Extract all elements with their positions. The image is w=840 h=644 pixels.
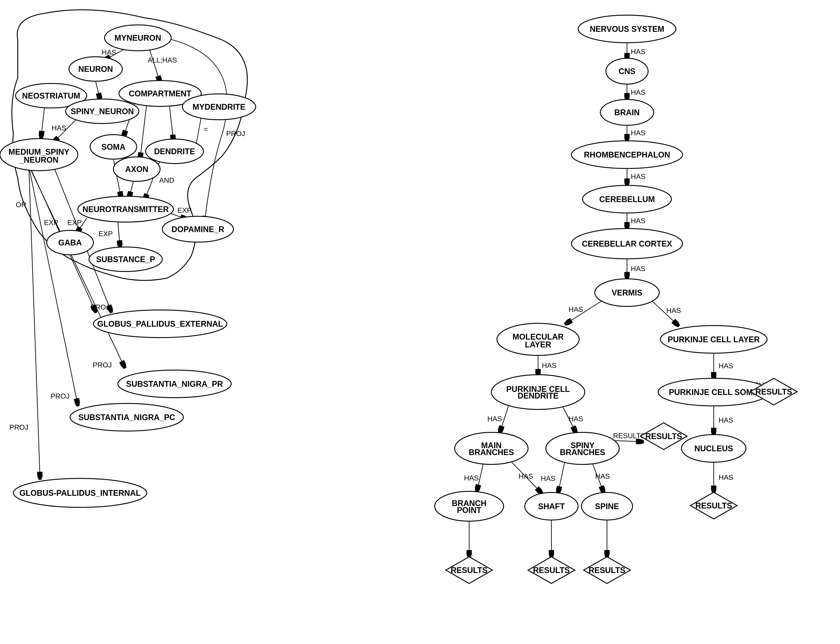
label-compartment: COMPARTMENT [129,89,191,98]
label-results-shaft: RESULTS [533,566,570,575]
label-gaba: GABA [58,238,82,247]
label-has-main-shaft: HAS [519,472,533,480]
label-vermis: VERMIS [612,288,642,297]
label-nervous-system: NERVOUS SYSTEM [589,25,664,34]
label-cerebellum: CEREBELLUM [599,195,655,204]
label-dendrite: DENDRITE [154,147,195,156]
label-has-cns-brain: HAS [631,88,645,96]
label-gpi: GLOBUS-PALLIDUS_INTERNAL [20,488,141,498]
label-neuron: NEURON [78,64,113,74]
label-proj-4: PROJ [9,423,28,431]
edge-axon-nt [129,181,133,198]
label-has-spiny-spine: HAS [595,472,610,480]
label-substance-p: SUBSTANCE_P [96,255,155,264]
label-snpc: SUBSTANTIA_NIGRA_PC [78,413,175,422]
label-has-main-bp: HAS [464,474,479,482]
label-rhombencephalon: RHOMBENCEPHALON [584,150,670,159]
label-has-cc-vermis: HAS [631,264,645,273]
label-has-mol-pcd: HAS [542,361,557,370]
label-results-bp: RESULTS [451,566,487,575]
edge-msn-fan4 [29,168,40,478]
label-has-ns-cns: HAS [631,48,645,56]
label-has-pcd-spiny: HAS [568,415,583,423]
label-shaft: SHAFT [538,502,565,511]
label-nucleus: NUCLEUS [694,444,733,453]
label-results-spine: RESULTS [588,566,625,575]
label-or: OR [16,201,26,209]
label-proj-curve: PROJ [226,130,245,138]
label-has-cer-cc: HAS [631,217,645,225]
label-has-spiny-shaft: HAS [541,475,555,483]
label-and: AND [159,176,174,184]
label-proj-3: PROJ [51,392,69,400]
label-equals: = [204,125,208,133]
label-brain: BRAIN [614,108,640,117]
label-mydendrite: MYDENDRITE [193,102,246,112]
label-cns: CNS [619,67,635,76]
edge-comp-dendrite [169,101,174,141]
label-has-vermis-mol: HAS [568,305,583,313]
label-exp-3: EXP [98,230,113,238]
edge-spiny-shaft [558,462,565,493]
label-myneuron: MYNEURON [115,33,161,43]
label-results-sb: RESULTS [645,432,682,441]
label-cerebellar-cortex: CEREBELLAR CORTEX [582,239,672,248]
label-has-1: HAS [102,48,116,56]
edge-nt-subp [118,222,120,247]
label-exp-msn: EXP [44,219,58,227]
label-neurotransmitter: NEUROTRANSMITTER [82,205,169,214]
edge-myneuron-compartment [149,48,160,82]
label-results-soma-node: RESULTS [755,387,792,396]
label-msn-2: _NEURON [19,155,59,164]
label-has-pcd-main: HAS [487,415,502,423]
label-pcl: PURKINJE CELL LAYER [668,335,760,344]
label-allhas: ALL;HAS [147,56,177,64]
label-main-2: BRANCHES [469,448,514,457]
label-exp-1: EXP [177,206,192,214]
label-pcs: PURKINJE CELL SOMA [669,388,758,397]
label-spiny-2: BRANCHES [560,448,605,457]
label-has-rhomb-cer: HAS [631,172,645,181]
label-gpe: GLOBUS_PALLIDUS_EXTERNAL [97,319,223,329]
label-pcd-2: DENDRITE [517,391,558,400]
label-dopamine-r: DOPAMINE_R [172,225,224,234]
label-soma: SOMA [102,143,125,151]
label-axon: AXON [125,165,148,174]
label-has-brain-rhomb: HAS [631,129,645,137]
label-has-2: HAS [52,124,66,132]
label-has-nuc: HAS [719,473,733,481]
label-mol-2: LAYER [525,340,552,349]
label-msn-1: MEDIUM_SPINY [8,147,69,156]
label-snpr: SUBSTANTIA_NIGRA_PR [126,380,223,389]
label-results-nuc: RESULTS [695,501,732,510]
label-has-pcs-nucleus: HAS [719,416,733,424]
label-has-vermis-pcl: HAS [666,306,681,314]
edge-proj-curve [165,38,227,223]
label-proj-2: PROJ [93,361,111,369]
edge-neuron-spiny [96,81,100,100]
label-spiny-neuron: SPINY_NEURON [71,107,134,116]
label-bp-2: POINT [457,506,481,515]
label-has-pcl-pcs: HAS [719,362,733,370]
label-neostriatum: NEOSTRIATUM [22,91,80,100]
label-spine: SPINE [595,502,619,511]
edge-sb-results [614,440,643,442]
edge-neo-msn [41,107,44,138]
